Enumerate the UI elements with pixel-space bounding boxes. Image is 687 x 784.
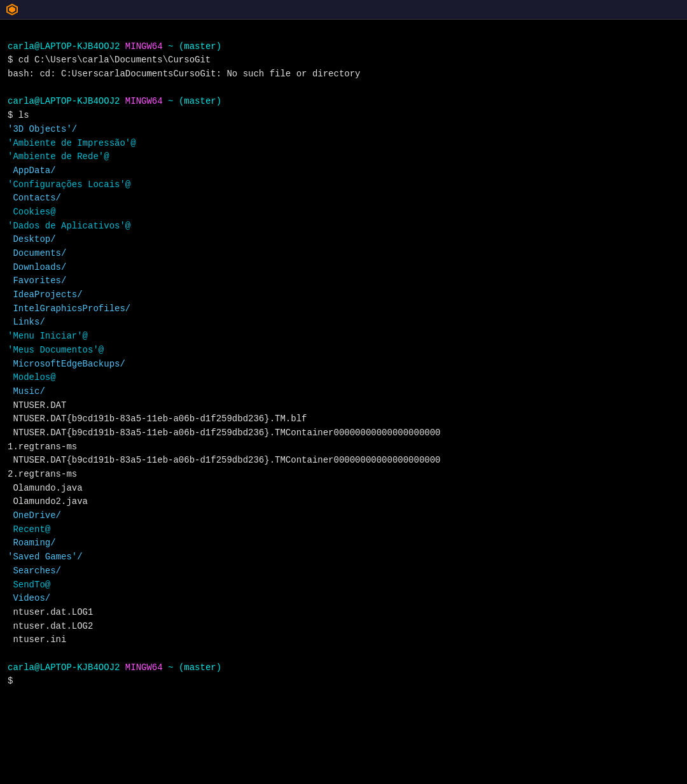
shell-name: MINGW64 xyxy=(125,96,163,106)
link-entry: 'Ambiente de Rede'@ xyxy=(8,150,679,164)
link-entry: 'Configurações Locais'@ xyxy=(8,178,679,192)
directory-entry: Downloads/ xyxy=(8,261,679,275)
path-text: ~ xyxy=(163,41,179,52)
directory-entry: '3D Objects'/ xyxy=(8,123,679,137)
directory-entry: Links/ xyxy=(8,316,679,330)
link-entry: Modelos@ xyxy=(8,371,679,385)
user-host: carla@LAPTOP-KJB4OOJ2 xyxy=(8,96,125,106)
file-entry: NTUSER.DAT xyxy=(8,399,679,413)
command-line: $ cd C:\Users\carla\Documents\CursoGit xyxy=(8,53,679,67)
blank-line xyxy=(8,26,679,40)
branch-text: (master) xyxy=(179,662,221,673)
link-entry: SendTo@ xyxy=(8,578,679,592)
prompt-line: carla@LAPTOP-KJB4OOJ2 MINGW64 ~ (master) xyxy=(8,661,679,675)
command-line: $ ls xyxy=(8,109,679,123)
directory-entry: Favorites/ xyxy=(8,274,679,288)
svg-marker-1 xyxy=(9,6,15,13)
directory-entry: 'Saved Games'/ xyxy=(8,550,679,564)
link-entry: 'Menu Iniciar'@ xyxy=(8,330,679,344)
directory-entry: Documents/ xyxy=(8,247,679,261)
link-entry: 'Ambiente de Impressão'@ xyxy=(8,137,679,151)
user-host: carla@LAPTOP-KJB4OOJ2 xyxy=(8,41,125,52)
directory-entry: Music/ xyxy=(8,385,679,399)
directory-entry: Contacts/ xyxy=(8,192,679,206)
blank-line xyxy=(8,81,679,95)
link-entry: 'Meus Documentos'@ xyxy=(8,344,679,358)
file-entry: bash: cd: C:UserscarlaDocumentsCursoGit:… xyxy=(8,67,679,81)
path-text: ~ xyxy=(163,662,179,673)
branch-text: (master) xyxy=(179,96,221,106)
directory-entry: IntelGraphicsProfiles/ xyxy=(8,302,679,316)
blank-line xyxy=(8,647,679,661)
title-bar xyxy=(0,0,687,20)
user-host: carla@LAPTOP-KJB4OOJ2 xyxy=(8,662,125,673)
directory-entry: Desktop/ xyxy=(8,233,679,247)
branch-text: (master) xyxy=(179,41,221,52)
directory-entry: Videos/ xyxy=(8,592,679,606)
path-text: ~ xyxy=(163,96,179,106)
link-entry: Cookies@ xyxy=(8,206,679,220)
directory-entry: OneDrive/ xyxy=(8,509,679,523)
shell-name: MINGW64 xyxy=(125,41,163,52)
prompt-line: carla@LAPTOP-KJB4OOJ2 MINGW64 ~ (master) xyxy=(8,95,679,109)
prompt-line: carla@LAPTOP-KJB4OOJ2 MINGW64 ~ (master) xyxy=(8,40,679,54)
file-entry: 2.regtrans-ms xyxy=(8,468,679,482)
command-line: $ xyxy=(8,675,679,689)
directory-entry: AppData/ xyxy=(8,164,679,178)
file-entry: NTUSER.DAT{b9cd191b-83a5-11eb-a06b-d1f25… xyxy=(8,426,679,440)
directory-entry: MicrosoftEdgeBackups/ xyxy=(8,358,679,372)
file-entry: ntuser.dat.LOG2 xyxy=(8,620,679,634)
terminal-body: carla@LAPTOP-KJB4OOJ2 MINGW64 ~ (master)… xyxy=(0,20,687,695)
link-entry: 'Dados de Aplicativos'@ xyxy=(8,220,679,234)
file-entry: ntuser.dat.LOG1 xyxy=(8,606,679,620)
file-entry: Olamundo.java xyxy=(8,482,679,496)
shell-name: MINGW64 xyxy=(125,662,163,673)
directory-entry: Roaming/ xyxy=(8,536,679,550)
file-entry: NTUSER.DAT{b9cd191b-83a5-11eb-a06b-d1f25… xyxy=(8,412,679,426)
file-entry: 1.regtrans-ms xyxy=(8,440,679,454)
mingw-icon xyxy=(6,4,18,15)
directory-entry: IdeaProjects/ xyxy=(8,288,679,302)
file-entry: Olamundo2.java xyxy=(8,495,679,509)
link-entry: Recent@ xyxy=(8,523,679,537)
directory-entry: Searches/ xyxy=(8,564,679,578)
file-entry: NTUSER.DAT{b9cd191b-83a5-11eb-a06b-d1f25… xyxy=(8,454,679,468)
file-entry: ntuser.ini xyxy=(8,633,679,647)
